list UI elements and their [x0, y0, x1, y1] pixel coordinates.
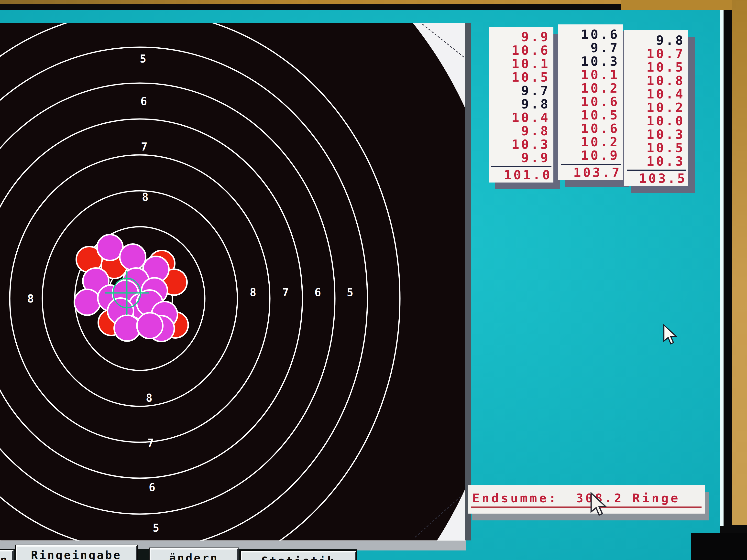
series-total: 103.7: [558, 165, 623, 180]
score-value: 10.3: [489, 138, 553, 151]
ring-number-5: 5: [140, 53, 147, 65]
text-position-cursor-icon: [590, 492, 609, 518]
ring-number-8: 8: [146, 392, 153, 404]
score-card-series-1: 9.910.610.110.59.79.810.49.810.39.9 101.…: [489, 27, 553, 183]
target-panel-right-border: [465, 23, 471, 540]
screen-photo: 5678887658765 9.910.610.110.59.79.810.49…: [0, 0, 747, 560]
score-value: 9.8: [489, 124, 553, 138]
monitor-corner-shadow: [691, 533, 747, 560]
score-value: 10.8: [624, 74, 688, 87]
score-value: 9.9: [489, 30, 553, 44]
score-card-series-3: 9.810.710.510.810.410.210.010.310.510.3 …: [624, 30, 688, 186]
score-value: 10.9: [558, 149, 623, 162]
endsumme-label: Endsumme:: [472, 491, 558, 505]
score-value: 10.5: [489, 71, 553, 84]
score-value: 10.4: [624, 87, 688, 101]
score-value: 10.5: [558, 108, 623, 122]
ring-number-6: 6: [149, 481, 155, 494]
score-value: 10.1: [489, 57, 553, 71]
series-total: 101.0: [489, 167, 553, 183]
score-rows: 9.910.610.110.59.79.810.49.810.39.9: [489, 30, 553, 165]
score-value: 10.6: [558, 95, 623, 108]
score-value: 9.9: [489, 151, 553, 165]
ring-number-5: 5: [153, 522, 159, 534]
endsumme-unit: Ringe: [633, 491, 680, 505]
ring-number-6: 6: [140, 95, 147, 107]
score-value: 10.1: [558, 68, 623, 82]
score-value: 9.8: [489, 98, 553, 111]
score-value: 10.2: [624, 101, 688, 114]
ring-number-8: 8: [142, 191, 149, 203]
score-value: 10.0: [624, 114, 688, 128]
mouse-cursor-icon: [663, 324, 679, 347]
ring-number-7: 7: [141, 140, 148, 153]
endsumme-underline: [471, 506, 701, 508]
endsumme-box: Endsumme:308.2Ringe: [468, 485, 705, 513]
menu-button-ringeingabe[interactable]: Ringeingabe: [16, 545, 137, 560]
shot-hole-magenta: [137, 313, 163, 339]
shot-hole-magenta: [114, 315, 140, 341]
ring-number-7: 7: [147, 436, 154, 449]
score-value: 9.8: [624, 34, 688, 47]
menu-button-statistik[interactable]: Statistik: [241, 551, 356, 560]
score-value: 10.4: [489, 111, 553, 124]
score-value: 10.2: [558, 135, 623, 149]
shot-hole-magenta: [120, 244, 146, 270]
score-value: 10.6: [558, 28, 623, 41]
score-value: 10.5: [624, 61, 688, 74]
ring-number-5: 5: [347, 286, 354, 299]
monitor-bezel-top-right: [621, 0, 747, 10]
monitor-bezel-right: [732, 0, 747, 525]
score-value: 10.3: [624, 128, 688, 141]
score-value: 10.6: [489, 44, 553, 57]
score-value: 10.3: [624, 155, 688, 168]
menu-button-aendern[interactable]: ändern: [150, 548, 238, 560]
score-value: 10.6: [558, 122, 623, 135]
target-panel[interactable]: 5678887658765: [0, 23, 471, 540]
score-value: 10.2: [558, 82, 623, 95]
ring-number-8: 8: [250, 286, 256, 299]
score-value: 10.5: [624, 141, 688, 155]
ring-number-7: 7: [282, 286, 289, 299]
shot-hole-magenta: [74, 289, 100, 315]
series-total: 103.5: [624, 171, 688, 186]
monitor-top-edge: [0, 4, 621, 10]
score-rows: 10.69.710.310.110.210.610.510.610.210.9: [558, 28, 623, 162]
screen-edge-highlight: [720, 8, 724, 526]
menu-button-partial[interactable]: n: [0, 550, 14, 560]
ring-number-6: 6: [315, 286, 321, 299]
score-value: 9.7: [558, 41, 623, 55]
ring-number-8: 8: [27, 292, 34, 305]
score-card-series-2: 10.69.710.310.110.210.610.510.610.210.9 …: [558, 24, 623, 180]
score-rows: 9.810.710.510.810.410.210.010.310.510.3: [624, 34, 688, 168]
endsumme-text: Endsumme:308.2Ringe: [472, 491, 680, 505]
score-value: 10.7: [624, 47, 688, 61]
target-svg[interactable]: 5678887658765: [0, 23, 471, 540]
score-value: 9.7: [489, 84, 553, 98]
score-value: 10.3: [558, 55, 623, 68]
